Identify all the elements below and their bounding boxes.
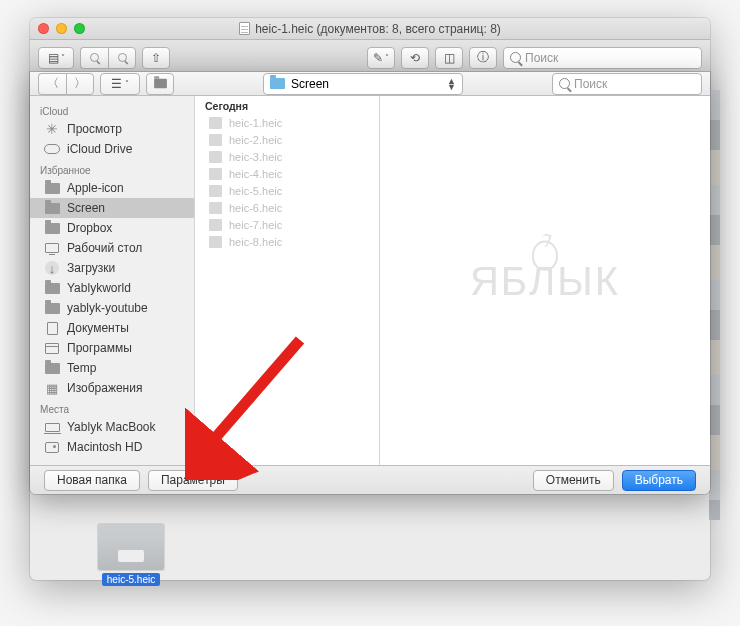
crop-button[interactable]: ◫ (435, 47, 463, 69)
sidebar-toggle-button[interactable]: ▤ ˅ (38, 47, 74, 69)
document-icon (239, 22, 250, 35)
sidebar-item-label: Yablyk MacBook (67, 420, 155, 434)
forward-button[interactable]: 〉 (66, 73, 94, 95)
file-item[interactable]: heic-6.heic (195, 199, 379, 216)
sidebar-item-label: Программы (67, 341, 132, 355)
group-button[interactable] (146, 73, 174, 95)
chevron-updown-icon: ▲▼ (447, 78, 456, 90)
new-folder-button[interactable]: Новая папка (44, 470, 140, 491)
file-item[interactable]: heic-7.heic (195, 216, 379, 233)
sidebar: iCloudПросмотрiCloud DriveИзбранноеApple… (30, 96, 195, 465)
file-name: heic-8.heic (229, 236, 282, 248)
file-icon (209, 168, 222, 180)
zoom-in-button[interactable] (108, 47, 136, 69)
file-item[interactable]: heic-3.heic (195, 148, 379, 165)
inspector-button[interactable]: ⓘ (469, 47, 497, 69)
sidebar-item-программы[interactable]: Программы (30, 338, 194, 358)
window-title: heic-1.heic (документов: 8, всего страни… (30, 22, 710, 36)
file-item[interactable]: heic-8.heic (195, 233, 379, 250)
open-file-sheet: 〈 〉 ☰ ˅ Screen ▲▼ Поиск iCloudПросмотрiC… (30, 72, 710, 494)
doc-icon (44, 321, 60, 335)
sidebar-item-temp[interactable]: Temp (30, 358, 194, 378)
sidebar-item-icloud-drive[interactable]: iCloud Drive (30, 139, 194, 159)
folder-icon (44, 221, 60, 235)
options-button[interactable]: Параметры (148, 470, 238, 491)
sidebar-item-изображения[interactable]: Изображения (30, 378, 194, 398)
sidebar-section-header: iCloud (30, 100, 194, 119)
markup-button[interactable]: ✎ ˅ (367, 47, 395, 69)
star-icon (44, 122, 60, 136)
sidebar-item-просмотр[interactable]: Просмотр (30, 119, 194, 139)
folder-icon (44, 281, 60, 295)
sidebar-item-label: Dropbox (67, 221, 112, 235)
file-item[interactable]: heic-5.heic (195, 182, 379, 199)
folder-icon (44, 181, 60, 195)
thumbnail-strip-item[interactable]: heic-5.heic (98, 524, 164, 586)
cloud-icon (44, 142, 60, 156)
choose-button[interactable]: Выбрать (622, 470, 696, 491)
sidebar-item-документы[interactable]: Документы (30, 318, 194, 338)
sidebar-item-label: Apple-icon (67, 181, 124, 195)
sidebar-item-yablyk-macbook[interactable]: Yablyk MacBook (30, 417, 194, 437)
sidebar-item-screen[interactable]: Screen (30, 198, 194, 218)
sidebar-item-рабочий-стол[interactable]: Рабочий стол (30, 238, 194, 258)
sidebar-section-header: Места (30, 398, 194, 417)
search-icon (510, 52, 521, 63)
share-button[interactable]: ⇧ (142, 47, 170, 69)
titlebar: heic-1.heic (документов: 8, всего страни… (30, 18, 710, 40)
file-name: heic-3.heic (229, 151, 282, 163)
file-icon (209, 202, 222, 214)
sidebar-item-загрузки[interactable]: Загрузки (30, 258, 194, 278)
img-icon (44, 381, 60, 395)
file-item[interactable]: heic-1.heic (195, 114, 379, 131)
path-dropdown[interactable]: Screen ▲▼ (263, 73, 463, 95)
file-icon (209, 236, 222, 248)
search-icon (559, 78, 570, 89)
file-name: heic-1.heic (229, 117, 282, 129)
sidebar-item-label: Screen (67, 201, 105, 215)
sidebar-item-label: Документы (67, 321, 129, 335)
folder-icon (44, 301, 60, 315)
sidebar-item-label: Загрузки (67, 261, 115, 275)
sidebar-item-macintosh-hd[interactable]: Macintosh HD (30, 437, 194, 457)
back-button[interactable]: 〈 (38, 73, 66, 95)
sheet-search-field[interactable]: Поиск (552, 73, 702, 95)
wind-icon (44, 341, 60, 355)
file-item[interactable]: heic-4.heic (195, 165, 379, 182)
file-icon (209, 185, 222, 197)
file-icon (209, 151, 222, 163)
sidebar-item-yablyk-youtube[interactable]: yablyk-youtube (30, 298, 194, 318)
background-strip (709, 90, 720, 520)
sidebar-item-label: iCloud Drive (67, 142, 132, 156)
view-mode-button[interactable]: ☰ ˅ (100, 73, 140, 95)
folder-icon (44, 361, 60, 375)
file-item[interactable]: heic-2.heic (195, 131, 379, 148)
sidebar-item-label: Yablykworld (67, 281, 131, 295)
file-name: heic-4.heic (229, 168, 282, 180)
disk-icon (44, 440, 60, 454)
file-column: Сегодня heic-1.heicheic-2.heicheic-3.hei… (195, 96, 380, 465)
sheet-footer: Новая папка Параметры Отменить Выбрать (30, 465, 710, 494)
desk-icon (44, 241, 60, 255)
file-name: heic-7.heic (229, 219, 282, 231)
rotate-button[interactable]: ⟲ (401, 47, 429, 69)
cancel-button[interactable]: Отменить (533, 470, 614, 491)
sidebar-item-yablykworld[interactable]: Yablykworld (30, 278, 194, 298)
file-section-header: Сегодня (195, 96, 379, 114)
sidebar-item-label: Изображения (67, 381, 142, 395)
sidebar-item-dropbox[interactable]: Dropbox (30, 218, 194, 238)
sidebar-item-label: Temp (67, 361, 96, 375)
lap-icon (44, 420, 60, 434)
sidebar-section-header: Избранное (30, 159, 194, 178)
watermark: ЯБЛЫК (470, 258, 620, 303)
sidebar-item-label: Macintosh HD (67, 440, 142, 454)
thumbnail-image (98, 524, 164, 570)
window-search-field[interactable]: Поиск (503, 47, 702, 69)
file-icon (209, 117, 222, 129)
folder-icon (44, 201, 60, 215)
sidebar-item-apple-icon[interactable]: Apple-icon (30, 178, 194, 198)
file-name: heic-5.heic (229, 185, 282, 197)
window-toolbar: ▤ ˅ ⇧ ✎ ˅ ⟲ ◫ ⓘ Поиск (30, 40, 710, 76)
zoom-out-button[interactable] (80, 47, 108, 69)
sidebar-item-label: Рабочий стол (67, 241, 142, 255)
